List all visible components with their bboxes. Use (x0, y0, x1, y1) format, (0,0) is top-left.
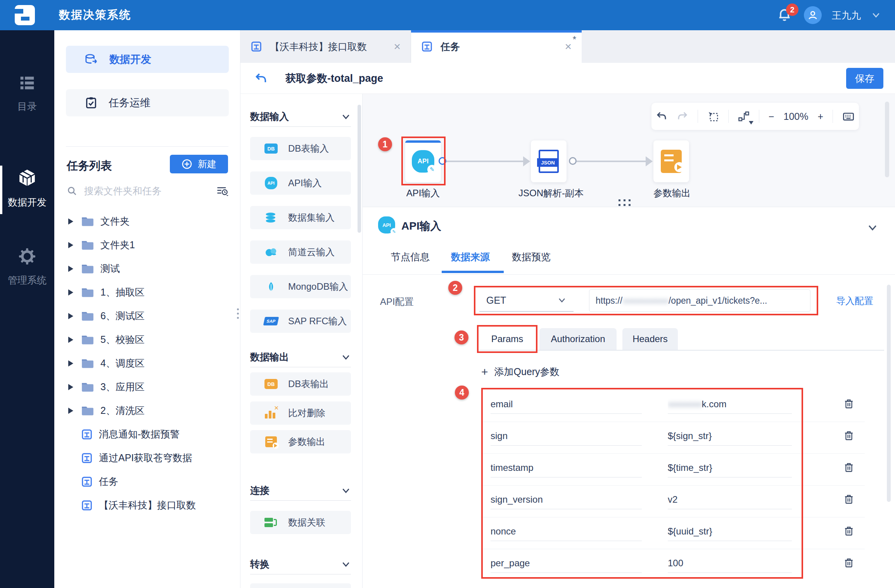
tab-task[interactable]: 任务 × * (411, 30, 582, 63)
chevron-down-icon[interactable] (341, 486, 351, 496)
node-json-parse[interactable]: JSON (531, 140, 567, 182)
back-icon[interactable] (254, 72, 268, 85)
new-task-button[interactable]: 新建 (170, 155, 228, 173)
caret-right-icon[interactable] (68, 384, 73, 390)
param-value-input[interactable]: ${time_str} (668, 459, 792, 477)
palette-scrollbar[interactable] (358, 105, 361, 233)
caret-right-icon[interactable] (68, 360, 73, 367)
param-value-input[interactable]: 100 (668, 554, 792, 573)
param-key-input[interactable]: timestamp (491, 459, 642, 477)
param-key-input[interactable]: sign (491, 427, 642, 446)
tree-folder[interactable]: 测试 (54, 257, 240, 280)
caret-right-icon[interactable] (68, 408, 73, 414)
tree-folder[interactable]: 文件夹 (54, 209, 240, 233)
sidebar-nav-data-dev[interactable]: 数据开发 (66, 46, 229, 73)
delete-param-icon[interactable] (843, 398, 854, 409)
delete-param-icon[interactable] (843, 557, 854, 568)
param-value-input[interactable]: ●●●●●●●k.com (668, 395, 792, 414)
tab-headers[interactable]: Headers (622, 328, 678, 350)
param-value-input[interactable]: ${sign_str} (668, 427, 792, 446)
shortcuts-keyboard-icon[interactable] (842, 110, 855, 123)
param-value-input[interactable]: ${uuid_str} (668, 522, 792, 541)
redo-icon[interactable] (677, 111, 688, 122)
palette-item-compare-delete[interactable]: ✕ 比对删除 (250, 401, 351, 425)
tree-task[interactable]: 消息通知-数据预警 (54, 422, 240, 446)
tree-task[interactable]: 【沃丰科技】接口取数 (54, 493, 240, 517)
sidebar-resize-handle[interactable] (236, 308, 239, 319)
palette-item-data-join[interactable]: 数据关联 (250, 511, 351, 534)
tree-task[interactable]: 通过API获取苍穹数据 (54, 446, 240, 470)
rail-item-catalog[interactable]: 目录 (0, 74, 54, 113)
tree-folder[interactable]: 文件夹1 (54, 233, 240, 257)
save-button[interactable]: 保存 (846, 68, 883, 89)
filter-history-icon[interactable] (216, 185, 228, 197)
detail-scrollbar[interactable] (887, 285, 891, 502)
palette-item-api-input[interactable]: API API输入 (250, 171, 351, 195)
node-api-input[interactable]: API✎ (405, 140, 441, 182)
chevron-down-icon[interactable] (341, 352, 351, 362)
caret-right-icon[interactable] (68, 218, 73, 225)
tree-folder[interactable]: 4、调度区 (54, 351, 240, 375)
tab-node-info[interactable]: 节点信息 (391, 251, 430, 263)
tab-authorization[interactable]: Authorization (539, 328, 617, 350)
palette-item-db-input[interactable]: DB DB表输入 (250, 137, 351, 160)
caret-right-icon[interactable] (68, 242, 73, 248)
zoom-in-button[interactable]: + (817, 111, 823, 122)
palette-item-sap-rfc-input[interactable]: SAP SAP RFC输入 (250, 310, 351, 333)
palette-item-db-output[interactable]: DB DB表输出 (250, 372, 351, 396)
param-key-input[interactable]: nonce (491, 522, 642, 541)
rail-item-data-dev[interactable]: 数据开发 (0, 168, 54, 209)
close-tab-icon[interactable]: × (565, 40, 572, 53)
palette-item-param-output[interactable]: 参数输出 (250, 430, 351, 453)
app-logo[interactable] (15, 5, 35, 25)
palette-section-inputs[interactable]: 数据输入 (250, 110, 351, 123)
palette-section-join[interactable]: 连接 (250, 484, 351, 497)
delete-param-icon[interactable] (843, 430, 854, 441)
param-key-input[interactable]: email (491, 395, 642, 414)
undo-icon[interactable] (656, 111, 667, 122)
connector-style-button[interactable] (738, 111, 750, 122)
param-value-input[interactable]: v2 (668, 491, 792, 509)
user-menu-chevron-icon[interactable] (871, 10, 881, 20)
notification-bell-button[interactable]: 2 (777, 7, 794, 24)
caret-right-icon[interactable] (68, 266, 73, 272)
sidebar-nav-task-ops[interactable]: 任务运维 (66, 89, 229, 116)
tree-folder[interactable]: 3、应用区 (54, 375, 240, 399)
chevron-down-icon[interactable] (341, 559, 351, 569)
palette-item-mongodb-input[interactable]: MongoDB输入 (250, 275, 351, 298)
tree-folder[interactable]: 5、校验区 (54, 328, 240, 351)
rail-item-admin[interactable]: 管理系统 (0, 247, 54, 287)
caret-right-icon[interactable] (68, 337, 73, 343)
palette-item-partial[interactable] (250, 583, 351, 588)
tab-data-source[interactable]: 数据来源 (451, 251, 490, 263)
palette-section-outputs[interactable]: 数据输出 (250, 351, 351, 363)
tree-folder[interactable]: 6、测试区 (54, 304, 240, 328)
delete-param-icon[interactable] (843, 462, 854, 473)
http-method-select[interactable]: GET (479, 289, 574, 312)
param-key-input[interactable]: sign_version (491, 491, 642, 509)
import-config-link[interactable]: 导入配置 (836, 295, 873, 307)
panel-resize-handle[interactable] (619, 199, 631, 206)
avatar[interactable] (804, 6, 822, 24)
collapse-panel-chevron-icon[interactable] (867, 222, 878, 233)
add-query-param-button[interactable]: + 添加Query参数 (481, 365, 560, 378)
search-input[interactable] (84, 185, 209, 197)
close-tab-icon[interactable]: × (394, 40, 401, 53)
canvas-scrollbar[interactable] (885, 102, 889, 177)
tab-wofeng-api[interactable]: 【沃丰科技】接口取数 × (240, 30, 411, 63)
api-url-input[interactable]: https://●●●●●●●●●●/open_api_v1/tickets?e… (589, 289, 810, 312)
node-output-port[interactable] (569, 157, 577, 165)
marquee-select-icon[interactable] (707, 111, 719, 122)
caret-right-icon[interactable] (68, 313, 73, 319)
palette-section-transform[interactable]: 转换 (250, 558, 351, 571)
palette-item-dataset-input[interactable]: 数据集输入 (250, 206, 351, 229)
palette-item-jiandaoyun-input[interactable]: 简道云输入 (250, 240, 351, 264)
tab-params[interactable]: Params (480, 328, 534, 350)
tree-task[interactable]: 任务 (54, 470, 240, 493)
zoom-out-button[interactable]: − (769, 111, 774, 122)
tab-data-preview[interactable]: 数据预览 (512, 251, 551, 263)
caret-right-icon[interactable] (68, 289, 73, 296)
delete-param-icon[interactable] (843, 526, 854, 536)
node-param-output[interactable] (653, 140, 689, 182)
chevron-down-icon[interactable] (341, 112, 351, 122)
